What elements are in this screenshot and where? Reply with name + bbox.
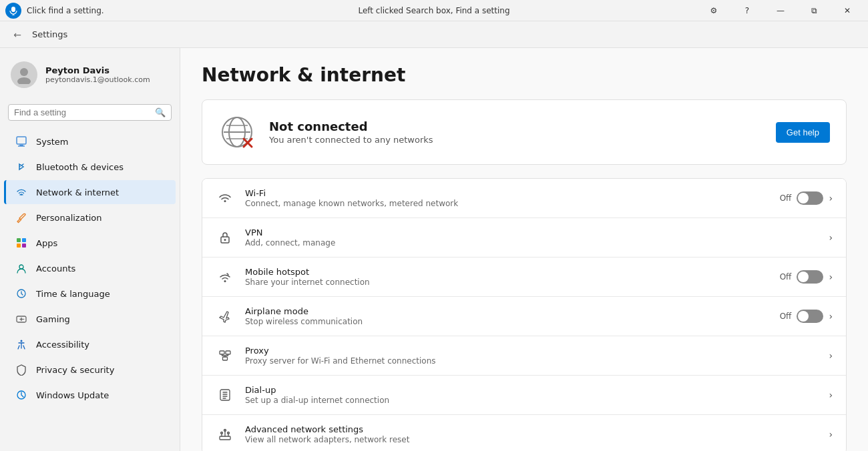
- nav-item-network[interactable]: Network & internet: [4, 180, 176, 204]
- nav-item-bluetooth[interactable]: Bluetooth & devices: [4, 155, 176, 179]
- wifi-info: Wi-Fi Connect, manage known networks, me…: [245, 188, 769, 208]
- connection-subtitle: You aren't connected to any networks: [269, 135, 763, 145]
- settings-item-advanced-network[interactable]: Advanced network settings View all netwo…: [202, 415, 846, 451]
- svg-point-24: [224, 239, 226, 241]
- nav-label-privacy: Privacy & security: [36, 365, 114, 375]
- wifi-toggle[interactable]: [797, 191, 823, 205]
- nav-item-gaming[interactable]: Gaming: [4, 307, 176, 331]
- settings-item-mobile-hotspot[interactable]: Mobile hotspot Share your internet conne…: [202, 258, 846, 297]
- settings-item-wifi[interactable]: Wi-Fi Connect, manage known networks, me…: [202, 179, 846, 218]
- avatar: [11, 61, 37, 88]
- back-button[interactable]: ←: [8, 25, 27, 44]
- personalization-icon: [15, 211, 28, 224]
- sidebar: Peyton Davis peytondavis.1@outlook.com 🔍…: [0, 48, 180, 451]
- airplane-toggle-label: Off: [780, 312, 792, 321]
- hotspot-toggle-label: Off: [780, 272, 792, 282]
- nav-label-accounts: Accounts: [36, 264, 75, 274]
- nav-item-accessibility[interactable]: Accessibility: [4, 332, 176, 356]
- settings-item-vpn[interactable]: VPN Add, connect, manage ›: [202, 218, 846, 258]
- advanced-network-desc: View all network adapters, network reset: [245, 435, 818, 444]
- nav-item-time[interactable]: Time & language: [4, 282, 176, 306]
- user-profile[interactable]: Peyton Davis peytondavis.1@outlook.com: [0, 53, 180, 96]
- nav-label-apps: Apps: [36, 238, 57, 248]
- user-info: Peyton Davis peytondavis.1@outlook.com: [45, 65, 150, 84]
- nav-item-accounts[interactable]: Accounts: [4, 256, 176, 280]
- settings-icon-btn[interactable]: ⚙: [698, 0, 729, 21]
- nav-item-privacy[interactable]: Privacy & security: [4, 358, 176, 382]
- svg-rect-6: [17, 238, 21, 242]
- vpn-title: VPN: [245, 228, 818, 238]
- airplane-icon: [216, 307, 234, 326]
- svg-point-13: [23, 319, 25, 320]
- settings-list: Wi-Fi Connect, manage known networks, me…: [202, 178, 847, 451]
- proxy-title: Proxy: [245, 346, 818, 356]
- vpn-chevron: ›: [829, 232, 833, 243]
- vpn-desc: Add, connect, manage: [245, 238, 818, 248]
- restore-button[interactable]: ⧉: [799, 0, 829, 21]
- hotspot-toggle[interactable]: [797, 270, 823, 284]
- wifi-toggle-label: Off: [780, 193, 792, 203]
- dialup-right: ›: [829, 390, 833, 400]
- help-icon-btn[interactable]: ?: [732, 0, 763, 21]
- navbar: ← Settings: [0, 21, 868, 48]
- svg-point-10: [19, 265, 23, 269]
- nav-label-system: System: [36, 137, 68, 147]
- user-email: peytondavis.1@outlook.com: [45, 75, 150, 84]
- svg-point-1: [20, 68, 28, 76]
- globe-icon: [218, 113, 256, 151]
- content-area: Peyton Davis peytondavis.1@outlook.com 🔍…: [0, 48, 868, 451]
- airplane-desc: Stop wireless communication: [245, 317, 769, 326]
- dialup-chevron: ›: [829, 390, 833, 400]
- minimize-button[interactable]: —: [765, 0, 796, 21]
- svg-rect-7: [22, 238, 26, 242]
- nav-item-apps[interactable]: Apps: [4, 231, 176, 255]
- dialup-icon: [216, 386, 234, 404]
- settings-item-dialup[interactable]: Dial-up Set up a dial-up internet connec…: [202, 376, 846, 415]
- nav-item-system[interactable]: System: [4, 129, 176, 153]
- nav-item-personalization[interactable]: Personalization: [4, 205, 176, 230]
- airplane-chevron: ›: [829, 311, 833, 322]
- nav-item-windows-update[interactable]: Windows Update: [4, 383, 176, 407]
- svg-rect-27: [223, 357, 228, 360]
- search-input[interactable]: [14, 107, 151, 117]
- advanced-network-right: ›: [829, 429, 833, 440]
- nav-label-network: Network & internet: [36, 187, 119, 197]
- nav-label-personalization: Personalization: [36, 213, 102, 223]
- nav-label-accessibility: Accessibility: [36, 340, 89, 350]
- settings-item-proxy[interactable]: Proxy Proxy server for Wi-Fi and Etherne…: [202, 336, 846, 376]
- settings-item-airplane-mode[interactable]: Airplane mode Stop wireless communicatio…: [202, 297, 846, 336]
- gaming-icon: [15, 312, 28, 326]
- mic-icon[interactable]: [5, 3, 21, 19]
- dialup-title: Dial-up: [245, 385, 818, 395]
- vpn-info: VPN Add, connect, manage: [245, 228, 818, 248]
- airplane-toggle[interactable]: [797, 310, 823, 323]
- search-box[interactable]: 🔍: [8, 104, 172, 121]
- svg-rect-8: [17, 244, 21, 248]
- time-icon: [15, 287, 28, 300]
- get-help-button[interactable]: Get help: [776, 122, 830, 143]
- main-content: Network & internet Not: [180, 48, 868, 451]
- airplane-title: Airplane mode: [245, 306, 769, 316]
- airplane-info: Airplane mode Stop wireless communicatio…: [245, 306, 769, 326]
- nav-label-time: Time & language: [36, 289, 110, 299]
- app-container: ← Settings Peyton Davis peytondavis.1@ou…: [0, 21, 868, 451]
- airplane-right: Off ›: [780, 310, 833, 323]
- svg-point-14: [21, 340, 23, 342]
- system-icon: [15, 135, 28, 148]
- advanced-network-chevron: ›: [829, 429, 833, 440]
- bluetooth-icon: [15, 160, 28, 173]
- dialup-desc: Set up a dial-up internet connection: [245, 396, 818, 405]
- svg-rect-9: [22, 244, 26, 248]
- advanced-network-title: Advanced network settings: [245, 424, 818, 434]
- connection-status-card: Not connected You aren't connected to an…: [202, 99, 847, 165]
- advanced-network-icon: [216, 425, 234, 444]
- wifi-desc: Connect, manage known networks, metered …: [245, 199, 769, 208]
- advanced-network-info: Advanced network settings View all netwo…: [245, 424, 818, 444]
- svg-rect-3: [17, 137, 26, 144]
- wifi-chevron: ›: [829, 193, 833, 203]
- windows-update-icon: [15, 388, 28, 402]
- apps-icon: [15, 236, 28, 250]
- close-button[interactable]: ✕: [832, 0, 863, 21]
- accessibility-icon: [15, 338, 28, 351]
- proxy-right: ›: [829, 350, 833, 361]
